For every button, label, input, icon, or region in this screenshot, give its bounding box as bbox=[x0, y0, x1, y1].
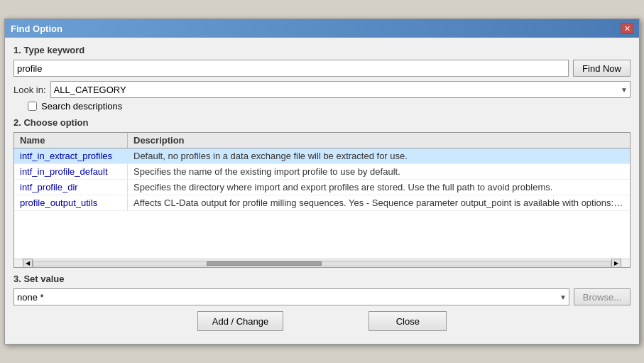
table-cell-description: Specifies the name of the existing impor… bbox=[128, 164, 630, 179]
step2-label: 2. Choose option bbox=[13, 117, 631, 128]
table-body[interactable]: intf_in_extract_profiles Default, no pro… bbox=[14, 148, 630, 259]
look-in-row: Look in: ALL_CATEGORY CATEGORY_1 CATEGOR… bbox=[13, 81, 631, 98]
search-descriptions-checkbox[interactable] bbox=[28, 102, 37, 111]
step3-label: 3. Set value bbox=[13, 273, 631, 284]
name-column-header: Name bbox=[14, 133, 128, 148]
table-cell-name: intf_in_profile_default bbox=[14, 164, 128, 179]
table-header: Name Description bbox=[14, 133, 630, 148]
scrollbar-thumb bbox=[207, 261, 322, 266]
table-cell-name: intf_profile_dir bbox=[14, 180, 128, 195]
find-now-button[interactable]: Find Now bbox=[573, 60, 631, 77]
look-in-select[interactable]: ALL_CATEGORY CATEGORY_1 CATEGORY_2 bbox=[50, 81, 631, 98]
options-table: Name Description intf_in_extract_profile… bbox=[13, 132, 631, 268]
scroll-left-button[interactable]: ◀ bbox=[23, 259, 33, 269]
find-option-dialog: Find Option ✕ 1. Type keyword Find Now L… bbox=[4, 18, 640, 345]
set-value-select-wrapper: none * yes no bbox=[13, 288, 569, 305]
close-icon[interactable]: ✕ bbox=[621, 23, 633, 34]
close-button[interactable]: Close bbox=[369, 311, 447, 331]
keyword-input[interactable] bbox=[13, 60, 569, 77]
look-in-label: Look in: bbox=[13, 85, 46, 95]
table-row[interactable]: intf_in_extract_profiles Default, no pro… bbox=[14, 148, 630, 164]
description-column-header: Description bbox=[128, 133, 630, 148]
keyword-row: Find Now bbox=[13, 60, 631, 77]
search-descriptions-row: Search descriptions bbox=[13, 101, 631, 112]
dialog-title: Find Option bbox=[11, 23, 62, 34]
table-cell-description: Specifies the directory where import and… bbox=[128, 180, 630, 195]
add-change-button[interactable]: Add / Change bbox=[197, 311, 284, 331]
set-value-section: 3. Set value none * yes no Browse... bbox=[13, 273, 631, 305]
horizontal-scrollbar-area: ◀ ▶ bbox=[14, 259, 630, 267]
set-value-row: none * yes no Browse... bbox=[13, 288, 631, 305]
step1-label: 1. Type keyword bbox=[13, 45, 631, 55]
table-row[interactable]: profile_output_utils Affects CL-Data out… bbox=[14, 195, 630, 211]
table-row[interactable]: intf_in_profile_default Specifies the na… bbox=[14, 164, 630, 180]
scroll-right-button[interactable]: ▶ bbox=[611, 259, 621, 269]
button-row: Add / Change Close bbox=[13, 311, 631, 337]
set-value-select[interactable]: none * yes no bbox=[13, 288, 569, 305]
browse-button[interactable]: Browse... bbox=[574, 288, 631, 305]
table-cell-description: Default, no profiles in a data exchange … bbox=[128, 148, 630, 163]
table-cell-name: intf_in_extract_profiles bbox=[14, 148, 128, 163]
title-bar: Find Option ✕ bbox=[5, 19, 639, 38]
dialog-body: 1. Type keyword Find Now Look in: ALL_CA… bbox=[5, 38, 639, 344]
table-cell-description: Affects CL-Data output for profile milli… bbox=[128, 195, 630, 210]
look-in-select-wrapper: ALL_CATEGORY CATEGORY_1 CATEGORY_2 bbox=[50, 81, 631, 98]
table-cell-name: profile_output_utils bbox=[14, 195, 128, 210]
horizontal-scrollbar[interactable] bbox=[33, 261, 611, 266]
table-row[interactable]: intf_profile_dir Specifies the directory… bbox=[14, 180, 630, 195]
search-descriptions-label: Search descriptions bbox=[41, 101, 122, 112]
